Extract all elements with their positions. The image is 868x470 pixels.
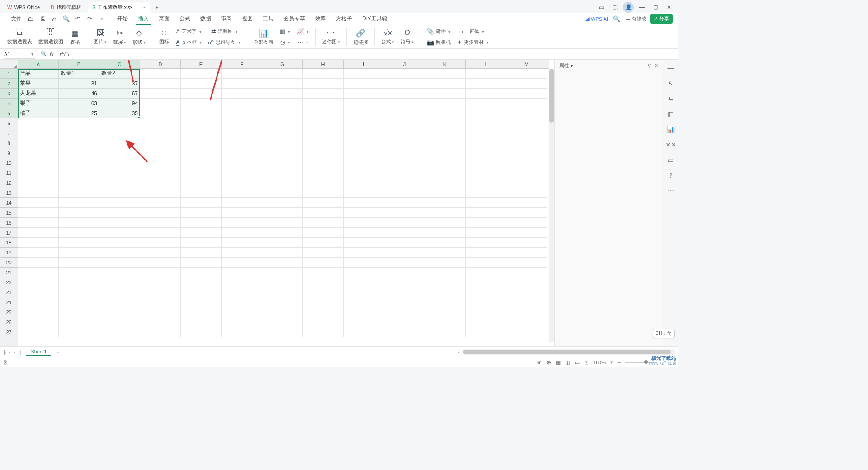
cell[interactable] (506, 118, 547, 128)
cell[interactable] (384, 108, 425, 118)
cell[interactable] (425, 168, 466, 178)
add-sheet-button[interactable]: ＋ (54, 348, 62, 356)
cell[interactable] (384, 178, 425, 188)
cell[interactable]: 火龙果 (18, 89, 59, 99)
cell[interactable] (506, 158, 547, 168)
cell[interactable] (506, 168, 547, 178)
cell[interactable] (344, 128, 384, 138)
cell[interactable] (344, 228, 384, 238)
row-header[interactable]: 15 (0, 208, 18, 218)
cell[interactable] (344, 277, 384, 287)
cell[interactable] (303, 277, 344, 287)
cell[interactable] (99, 297, 140, 307)
cell[interactable] (262, 248, 303, 258)
cell[interactable] (222, 238, 262, 248)
cell[interactable] (303, 138, 344, 148)
cell[interactable] (18, 277, 59, 287)
cell[interactable] (222, 148, 262, 158)
cell[interactable] (344, 208, 384, 218)
cell[interactable] (425, 228, 466, 238)
cell[interactable] (140, 208, 181, 218)
cell[interactable] (262, 99, 303, 108)
cell[interactable] (344, 168, 384, 178)
cell[interactable] (425, 69, 466, 79)
cell[interactable] (466, 89, 506, 99)
cell[interactable] (140, 218, 181, 228)
cell[interactable] (384, 118, 425, 128)
cell[interactable]: 94 (99, 99, 140, 108)
cell[interactable] (140, 307, 181, 317)
cell[interactable] (222, 158, 262, 168)
cell[interactable] (59, 198, 99, 208)
cell[interactable] (506, 128, 547, 138)
cell[interactable] (181, 287, 222, 297)
all-charts-button[interactable]: 📊全部图表 (251, 26, 276, 48)
cell[interactable] (59, 208, 99, 218)
cell[interactable] (384, 228, 425, 238)
zoom-level[interactable]: 160% (593, 360, 606, 365)
cell[interactable] (506, 89, 547, 99)
cell[interactable] (303, 79, 344, 89)
cell[interactable] (425, 158, 466, 168)
cell[interactable] (384, 268, 425, 277)
cell[interactable] (140, 89, 181, 99)
table-button[interactable]: ▦表格 (67, 26, 83, 48)
chevron-down-icon[interactable]: ▾ (31, 51, 36, 57)
cell[interactable] (466, 287, 506, 297)
cell[interactable] (425, 238, 466, 248)
cell[interactable] (425, 317, 466, 327)
formula-button[interactable]: √x公式 (378, 26, 397, 48)
column-header[interactable]: E (181, 60, 222, 68)
row-header[interactable]: 27 (0, 327, 18, 337)
zoom-fx-icon[interactable]: 🔍 (41, 51, 47, 57)
cell[interactable] (99, 248, 140, 258)
cell[interactable] (222, 198, 262, 208)
cell[interactable] (222, 317, 262, 327)
cell[interactable] (18, 178, 59, 188)
title-tab-document[interactable]: S工作簿数量.xlsx• (88, 2, 150, 13)
cell[interactable] (384, 258, 425, 268)
cell[interactable]: 37 (99, 79, 140, 89)
side-cursor-icon[interactable]: ↖ (666, 79, 675, 88)
cell[interactable] (222, 297, 262, 307)
tab-member[interactable]: 会员专享 (279, 13, 310, 25)
cube-icon[interactable]: ⬚ (609, 2, 620, 13)
undo-icon[interactable]: ↶ (73, 14, 83, 24)
cell[interactable] (344, 198, 384, 208)
cell[interactable] (384, 218, 425, 228)
cell[interactable] (181, 297, 222, 307)
cell[interactable] (425, 287, 466, 297)
cell[interactable]: 25 (59, 108, 99, 118)
cell[interactable] (303, 108, 344, 118)
cell[interactable] (303, 198, 344, 208)
cell[interactable] (466, 258, 506, 268)
cell[interactable] (59, 158, 99, 168)
panel-close-icon[interactable]: ✕ (654, 63, 658, 69)
row-header[interactable]: 14 (0, 198, 18, 208)
cell[interactable] (344, 158, 384, 168)
cell[interactable]: 35 (99, 108, 140, 118)
chart-line-icon[interactable]: 📈 (294, 27, 311, 37)
cell[interactable] (99, 238, 140, 248)
cell[interactable]: 梨子 (18, 99, 59, 108)
cell[interactable] (303, 248, 344, 258)
cell[interactable] (425, 79, 466, 89)
cell[interactable] (303, 327, 344, 337)
cell[interactable] (344, 69, 384, 79)
cell[interactable] (466, 297, 506, 307)
cell[interactable] (262, 198, 303, 208)
cell[interactable] (466, 228, 506, 238)
cell[interactable] (506, 79, 547, 89)
tab-efficiency[interactable]: 效率 (311, 13, 330, 25)
cell[interactable] (222, 108, 262, 118)
cell[interactable] (59, 258, 99, 268)
cell[interactable] (181, 208, 222, 218)
cell[interactable] (222, 327, 262, 337)
cell[interactable] (59, 228, 99, 238)
cell[interactable] (384, 158, 425, 168)
cell[interactable] (222, 218, 262, 228)
cell[interactable] (425, 327, 466, 337)
cell[interactable] (222, 118, 262, 128)
cell[interactable] (18, 158, 59, 168)
cell[interactable] (262, 69, 303, 79)
